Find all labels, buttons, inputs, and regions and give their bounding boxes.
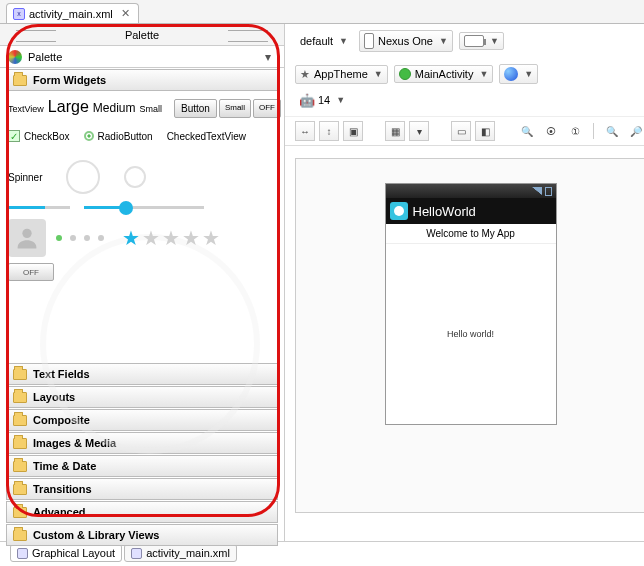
widget-progress-bar[interactable] bbox=[8, 206, 70, 209]
folder-icon bbox=[13, 507, 27, 518]
widget-seek-bar[interactable] bbox=[84, 206, 204, 209]
category-form-widgets[interactable]: Form Widgets bbox=[6, 69, 278, 91]
status-bar bbox=[386, 184, 556, 198]
toggle-outline-dd[interactable]: ▾ bbox=[409, 121, 429, 141]
separator bbox=[593, 123, 594, 139]
widget-toggle-off[interactable]: OFF bbox=[8, 263, 54, 281]
zoom-100-button[interactable]: ① bbox=[565, 121, 585, 141]
category-label: Form Widgets bbox=[33, 74, 106, 86]
radio-icon bbox=[84, 131, 94, 141]
toggle-fill-h-button[interactable]: ↔ bbox=[295, 121, 315, 141]
folder-icon bbox=[13, 461, 27, 472]
orientation-combo[interactable]: ▼ bbox=[459, 32, 504, 50]
zoom-fit-button[interactable]: 🔍 bbox=[517, 121, 537, 141]
star-icon: ★ bbox=[300, 68, 310, 81]
app-icon bbox=[390, 202, 408, 220]
app-title-bar: HelloWorld bbox=[386, 198, 556, 224]
widget-rating-bar[interactable]: ★ ★ ★ ★ ★ bbox=[122, 226, 220, 250]
activity-icon bbox=[399, 68, 411, 80]
api-combo[interactable]: 🤖14▼ bbox=[295, 90, 350, 110]
dropdown-icon: ▼ bbox=[374, 69, 383, 79]
app-title: HelloWorld bbox=[413, 204, 476, 219]
api-value: 14 bbox=[318, 94, 330, 106]
activity-combo[interactable]: MainActivity▼ bbox=[394, 65, 494, 83]
folder-icon bbox=[13, 415, 27, 426]
tab-label: activity_main.xml bbox=[146, 547, 230, 559]
device-combo[interactable]: Nexus One▼ bbox=[359, 30, 453, 52]
category-label: Images & Media bbox=[33, 437, 116, 449]
folder-icon bbox=[13, 392, 27, 403]
widget-off-button[interactable]: OFF bbox=[253, 99, 281, 118]
toggle-fill-v-button[interactable]: ↕ bbox=[319, 121, 339, 141]
category-text-fields[interactable]: Text Fields bbox=[6, 363, 278, 385]
zoom-in-button[interactable]: 🔎 bbox=[626, 121, 644, 141]
layout-icon bbox=[17, 548, 28, 559]
clip-button[interactable]: ◧ bbox=[475, 121, 495, 141]
app-body: Hello world! bbox=[386, 244, 556, 424]
person-icon bbox=[13, 224, 41, 252]
battery-icon bbox=[545, 187, 552, 196]
palette-title-row[interactable]: Palette ▾ bbox=[0, 46, 284, 68]
folder-icon bbox=[13, 484, 27, 495]
dropdown-icon: ▼ bbox=[339, 36, 348, 46]
editor-tab-bar: x activity_main.xml ✕ bbox=[0, 0, 644, 24]
widget-checkbox[interactable]: ✓ CheckBox bbox=[8, 130, 70, 142]
palette-header-label: Palette bbox=[125, 29, 159, 41]
chevron-down-icon[interactable]: ▾ bbox=[260, 50, 276, 64]
widget-progress-ring-large[interactable] bbox=[66, 160, 100, 194]
dot bbox=[98, 235, 104, 241]
toggle-wrap-button[interactable]: ▣ bbox=[343, 121, 363, 141]
category-transitions[interactable]: Transitions bbox=[6, 478, 278, 500]
signal-icon bbox=[532, 187, 542, 195]
theme-combo[interactable]: ★AppTheme▼ bbox=[295, 65, 388, 84]
design-area: default▼ Nexus One▼ ▼ ★AppTheme▼ MainAct… bbox=[285, 24, 644, 541]
palette-header: Palette bbox=[0, 24, 284, 46]
palette-panel: Palette Palette ▾ Form Widgets TextView … bbox=[0, 24, 285, 541]
device-value: Nexus One bbox=[378, 35, 433, 47]
toggle-label: OFF bbox=[23, 268, 39, 277]
dropdown-icon: ▼ bbox=[490, 36, 499, 46]
widget-radiobutton[interactable]: RadioButton bbox=[84, 131, 153, 142]
locale-combo[interactable]: ▼ bbox=[499, 64, 538, 84]
widget-progress-ring-small[interactable] bbox=[124, 166, 146, 188]
tab-xml-source[interactable]: activity_main.xml bbox=[124, 544, 237, 562]
checkbox-label: CheckBox bbox=[24, 131, 70, 142]
toggle-outline-button[interactable]: ▦ bbox=[385, 121, 405, 141]
emulate-button[interactable]: ▭ bbox=[451, 121, 471, 141]
seek-thumb[interactable] bbox=[119, 201, 133, 215]
config-combo[interactable]: default▼ bbox=[295, 32, 353, 50]
radio-label: RadioButton bbox=[98, 131, 153, 142]
star-icon: ★ bbox=[142, 226, 160, 250]
close-icon[interactable]: ✕ bbox=[121, 7, 130, 20]
dropdown-icon: ▼ bbox=[336, 95, 345, 105]
category-label: Layouts bbox=[33, 391, 75, 403]
config-row-1: default▼ Nexus One▼ ▼ bbox=[285, 24, 644, 58]
widget-textview[interactable]: TextView bbox=[8, 104, 44, 114]
widget-spinner[interactable]: Spinner bbox=[8, 172, 42, 183]
widget-small-text[interactable]: Small bbox=[139, 104, 162, 114]
widget-large-text[interactable]: Large bbox=[48, 98, 89, 116]
category-custom-library[interactable]: Custom & Library Views bbox=[6, 524, 278, 546]
xml-icon bbox=[131, 548, 142, 559]
checkbox-icon: ✓ bbox=[8, 130, 20, 142]
zoom-reset-button[interactable]: ⦿ bbox=[541, 121, 561, 141]
widget-checkedtextview[interactable]: CheckedTextView bbox=[167, 131, 246, 142]
device-preview[interactable]: HelloWorld Welcome to My App Hello world… bbox=[385, 183, 557, 425]
zoom-out-button[interactable]: 🔍 bbox=[602, 121, 622, 141]
category-composite[interactable]: Composite bbox=[6, 409, 278, 431]
dropdown-icon: ▼ bbox=[479, 69, 488, 79]
category-layouts[interactable]: Layouts bbox=[6, 386, 278, 408]
widget-small-button[interactable]: Small bbox=[219, 99, 251, 118]
widget-medium-text[interactable]: Medium bbox=[93, 101, 136, 115]
widget-button[interactable]: Button bbox=[174, 99, 217, 118]
category-time-date[interactable]: Time & Date bbox=[6, 455, 278, 477]
tab-graphical-layout[interactable]: Graphical Layout bbox=[10, 544, 122, 562]
design-canvas[interactable]: HelloWorld Welcome to My App Hello world… bbox=[295, 158, 644, 513]
editor-tab-activity-main[interactable]: x activity_main.xml ✕ bbox=[6, 3, 139, 23]
star-icon: ★ bbox=[202, 226, 220, 250]
category-advanced[interactable]: Advanced bbox=[6, 501, 278, 523]
widget-page-dots[interactable] bbox=[56, 235, 104, 241]
widget-quickcontact[interactable] bbox=[8, 219, 46, 257]
category-images-media[interactable]: Images & Media bbox=[6, 432, 278, 454]
orientation-icon bbox=[464, 35, 484, 47]
